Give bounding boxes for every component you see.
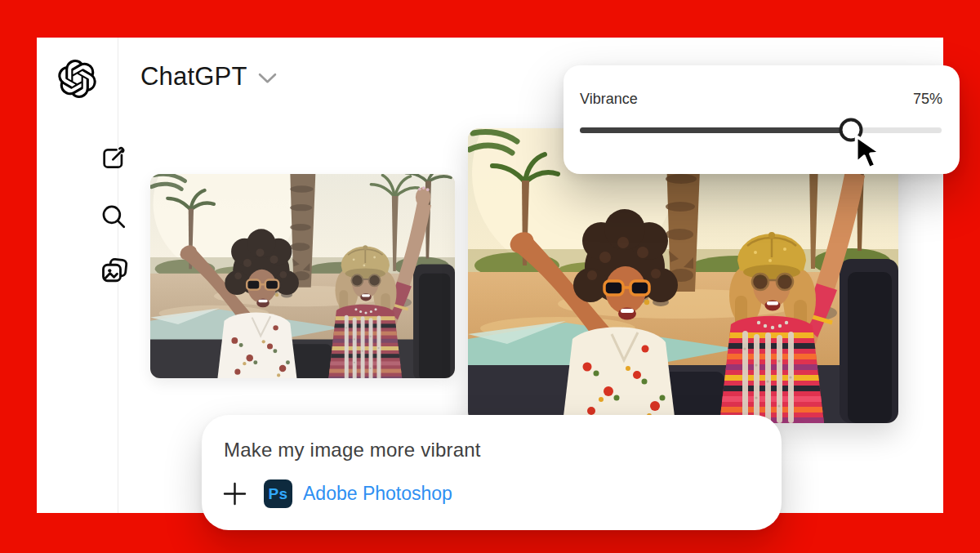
vibrance-label: Vibrance (580, 91, 638, 108)
sidebar-item-new-chat[interactable] (100, 144, 129, 173)
marketing-frame: ChatGPT (0, 0, 980, 553)
vibrance-panel: Vibrance 75% (564, 65, 960, 174)
plus-icon (223, 496, 247, 508)
photo-before (150, 174, 455, 378)
page-title: ChatGPT (140, 62, 247, 91)
composer-input[interactable]: Make my image more vibrant (224, 439, 481, 462)
vibrance-slider-fill (580, 127, 851, 133)
composer: Make my image more vibrant Ps Adobe Phot… (202, 415, 782, 530)
attach-button[interactable] (223, 482, 247, 506)
new-chat-icon (100, 145, 129, 172)
mouse-cursor-icon (853, 134, 884, 173)
vibrance-value: 75% (913, 91, 942, 108)
search-icon (100, 203, 129, 230)
plugin-chip-adobe-photoshop[interactable]: Ps Adobe Photoshop (264, 479, 452, 508)
library-icon (100, 256, 129, 285)
sidebar (37, 38, 118, 513)
sidebar-item-library[interactable] (100, 256, 129, 285)
model-picker[interactable]: ChatGPT (140, 62, 277, 91)
vibrance-slider-track[interactable] (580, 127, 942, 133)
sidebar-item-search[interactable] (100, 202, 129, 231)
photoshop-icon: Ps (264, 479, 292, 508)
openai-logo (58, 60, 96, 98)
plugin-name: Adobe Photoshop (303, 483, 452, 505)
chevron-down-icon (258, 67, 277, 87)
